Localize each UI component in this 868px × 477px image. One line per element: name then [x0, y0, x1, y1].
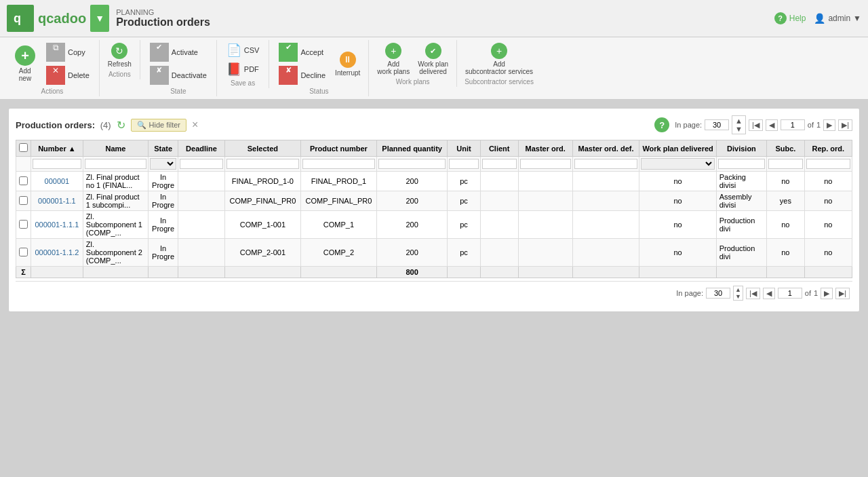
current-page-input-top[interactable] [781, 119, 805, 130]
filter-planned-quantity-input[interactable] [378, 159, 446, 169]
filter-division-input[interactable] [718, 159, 765, 169]
first-page-top[interactable]: |◀ [749, 119, 763, 131]
filter-state[interactable] [149, 157, 178, 172]
page-size-input-bottom[interactable] [706, 288, 730, 299]
add-work-plans-button[interactable]: + Addwork plans [374, 41, 412, 77]
col-number[interactable]: Number ▲ [31, 140, 83, 157]
filter-deadline-input[interactable] [180, 159, 223, 169]
filter-unit[interactable] [448, 157, 480, 172]
add-subcontractor-button[interactable]: + Addsubcontractor services [462, 41, 536, 77]
csv-button[interactable]: 📄 CSV [222, 41, 264, 59]
toolbar-actions-group: + Addnew ⧉ Copy ✕ Delete Actions [5, 40, 100, 96]
activate-button[interactable]: ✔ Activate [146, 41, 211, 63]
filter-work-plan-delivered[interactable] [639, 157, 716, 172]
row-number-link[interactable]: 000001-1.1 [38, 197, 76, 205]
current-page-input-bottom[interactable] [778, 288, 802, 299]
filter-deadline[interactable] [178, 157, 225, 172]
copy-button[interactable]: ⧉ Copy [42, 41, 94, 63]
page-size-up-top[interactable]: ▲▼ [732, 115, 746, 134]
page-size-stepper-bottom[interactable]: ▲▼ [733, 286, 743, 301]
delete-button[interactable]: ✕ Delete [42, 64, 94, 86]
prev-page-top[interactable]: ◀ [766, 119, 778, 131]
add-new-button[interactable]: + Addnew [11, 44, 39, 83]
copy-label: Copy [68, 48, 85, 56]
filter-state-select[interactable] [150, 158, 176, 170]
row-number-link[interactable]: 000001-1.1.1 [35, 221, 79, 229]
col-master-ord[interactable]: Master ord. [518, 140, 572, 157]
filter-master-ord-def-input[interactable] [574, 159, 638, 169]
sum-master-ord-def [572, 267, 639, 278]
filter-product-number-input[interactable] [302, 159, 375, 169]
col-product-number[interactable]: Product number [300, 140, 376, 157]
next-page-top[interactable]: ▶ [823, 119, 835, 131]
last-page-bottom[interactable]: ▶| [835, 288, 850, 299]
filter-number-input[interactable] [33, 159, 81, 169]
first-page-bottom[interactable]: |◀ [746, 288, 760, 299]
filter-subc[interactable] [767, 157, 805, 172]
sum-selected [224, 267, 300, 278]
col-subc[interactable]: Subc. [767, 140, 805, 157]
col-deadline[interactable]: Deadline [178, 140, 225, 157]
col-client[interactable]: Client [480, 140, 518, 157]
last-page-top[interactable]: ▶| [838, 119, 852, 131]
pdf-button[interactable]: 📕 PDF [222, 60, 264, 78]
table-help-button[interactable]: ? [654, 117, 669, 132]
filter-subc-input[interactable] [768, 159, 803, 169]
filter-master-ord[interactable] [518, 157, 572, 172]
row-number-link[interactable]: 000001-1.1.2 [35, 248, 79, 256]
deactivate-button[interactable]: ✘ Deactivate [146, 64, 211, 86]
col-division[interactable]: Division [716, 140, 766, 157]
row-checkbox[interactable] [16, 172, 31, 191]
sum-state [149, 267, 178, 278]
col-rep-ord[interactable]: Rep. ord. [804, 140, 852, 157]
interrupt-button[interactable]: ⏸ Interrupt [332, 50, 363, 78]
filter-planned-quantity[interactable] [376, 157, 447, 172]
col-unit[interactable]: Unit [448, 140, 480, 157]
filter-master-ord-def[interactable] [572, 157, 639, 172]
filter-selected[interactable] [224, 157, 300, 172]
filter-number[interactable] [31, 157, 83, 172]
select-all-checkbox[interactable] [19, 143, 28, 152]
admin-button[interactable]: 👤 admin ▼ [814, 13, 861, 24]
col-state[interactable]: State [149, 140, 178, 157]
help-icon: ? [774, 12, 787, 24]
filter-selected-input[interactable] [226, 159, 299, 169]
work-plan-delivered-button[interactable]: ✔ Work plandelivered [415, 41, 451, 77]
filter-unit-input[interactable] [449, 159, 478, 169]
filter-product-number[interactable] [300, 157, 376, 172]
decline-button[interactable]: ✘ Decline [275, 64, 330, 86]
help-button[interactable]: ? Help [774, 12, 806, 24]
clear-filter-button[interactable]: × [192, 119, 198, 131]
prev-page-bottom[interactable]: ◀ [763, 288, 775, 299]
row-checkbox[interactable] [16, 191, 31, 211]
row-checkbox[interactable] [16, 211, 31, 239]
accept-button[interactable]: ✔ Accept [275, 41, 330, 63]
row-client [480, 191, 518, 211]
col-planned-quantity[interactable]: Planned quantity [376, 140, 447, 157]
col-name[interactable]: Name [83, 140, 148, 157]
refresh-button[interactable]: ↻ Refresh [105, 41, 134, 69]
filter-name[interactable] [83, 157, 148, 172]
hide-filter-button[interactable]: 🔍 Hide filter [131, 119, 186, 132]
row-number-link[interactable]: 000001 [45, 177, 70, 185]
filter-name-input[interactable] [85, 159, 146, 169]
row-checkbox[interactable] [16, 239, 31, 267]
next-page-bottom[interactable]: ▶ [821, 288, 833, 299]
row-deadline [178, 211, 225, 239]
status-group-label: Status [309, 88, 328, 95]
filter-refresh-button[interactable]: ↻ [117, 119, 125, 132]
filter-work-plan-delivered-select[interactable] [641, 158, 714, 170]
row-planned-quantity: 200 [376, 211, 447, 239]
col-work-plan-delivered[interactable]: Work plan delivered [639, 140, 716, 157]
col-master-ord-def[interactable]: Master ord. def. [572, 140, 639, 157]
decline-label: Decline [300, 71, 326, 79]
filter-rep-ord[interactable] [804, 157, 852, 172]
col-selected[interactable]: Selected [224, 140, 300, 157]
filter-client[interactable] [480, 157, 518, 172]
filter-division[interactable] [716, 157, 766, 172]
page-size-input-top[interactable] [705, 119, 729, 130]
filter-client-input[interactable] [482, 159, 517, 169]
filter-rep-ord-input[interactable] [806, 159, 850, 169]
logo-dropdown-button[interactable]: ▼ [90, 5, 109, 32]
filter-master-ord-input[interactable] [520, 159, 571, 169]
